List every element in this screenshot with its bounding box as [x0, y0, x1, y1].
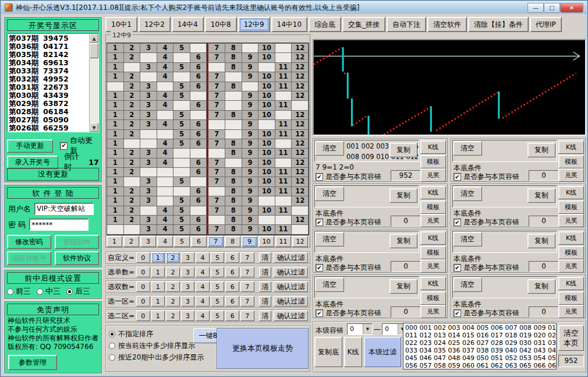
filter-digit-7[interactable]: 7 [240, 281, 254, 292]
grid-cell[interactable]: 9 [242, 206, 259, 215]
grid-cell[interactable]: 11 [275, 72, 292, 81]
copy-button[interactable]: 复制 [527, 234, 555, 248]
redeem-button[interactable]: 兑奖 [558, 168, 584, 182]
grid-cell[interactable]: 4 [157, 91, 174, 100]
grid-cell[interactable]: 11 [275, 167, 292, 177]
grid-cell[interactable] [225, 158, 242, 167]
grid-cell[interactable]: 3 [140, 215, 157, 224]
tolerance-checkbox[interactable]: ✔是否参与本页容错 [316, 263, 381, 273]
grid-cell[interactable]: 12 [292, 158, 309, 167]
tab-自动下注[interactable]: 自动下注 [387, 17, 426, 32]
grid-cell[interactable]: 2 [124, 148, 141, 157]
filter-digit-6[interactable]: 6 [225, 281, 239, 292]
grid-cell[interactable]: 3 [140, 177, 157, 186]
grid-cell[interactable] [207, 215, 225, 224]
redeem-button[interactable]: 兑奖 [558, 259, 584, 273]
grid-cell[interactable]: 9 [242, 215, 259, 224]
grid-cell[interactable]: 9 [242, 91, 259, 100]
grid-cell[interactable] [140, 167, 157, 177]
grid-cell[interactable]: 2 [124, 129, 141, 139]
template-button[interactable]: 模板 [558, 155, 584, 168]
filter-digit-1[interactable]: 1 [151, 267, 165, 277]
grid-cell[interactable]: 4 [157, 62, 174, 72]
grid-cell[interactable]: 7 [207, 110, 225, 119]
draw-list[interactable]: 第037期39475第036期04171第035期82142第034期69613… [9, 34, 88, 131]
grid-cell[interactable]: 7 [207, 82, 225, 91]
grid-cell[interactable]: 5 [173, 196, 190, 205]
grid-cell[interactable]: 2 [124, 82, 141, 91]
tolerance-checkbox[interactable]: ✔是否参与本页容错 [316, 172, 381, 182]
grid-cell[interactable]: 8 [225, 186, 242, 196]
filter-digit-6[interactable]: 6 [225, 296, 239, 306]
grid-cell[interactable]: 6 [190, 52, 207, 62]
copy-button[interactable]: 复制 [389, 279, 417, 294]
grid-cell[interactable] [157, 129, 174, 139]
scroll-up-icon[interactable]: ▲ [90, 34, 98, 43]
grid-cell[interactable] [292, 224, 309, 234]
level-filter-button[interactable]: 本级过滤 [364, 337, 401, 367]
grid-cell[interactable]: 11 [275, 129, 292, 139]
grid-cell[interactable]: 3 [140, 158, 157, 167]
grid-cell[interactable]: 10 [258, 139, 275, 148]
grid-cell[interactable] [275, 52, 292, 62]
grid-cell[interactable]: 10 [258, 167, 275, 177]
grid-cell[interactable] [258, 215, 275, 224]
grid-cell[interactable]: 12 [292, 110, 309, 119]
grid-cell[interactable] [258, 196, 275, 205]
grid-cell[interactable]: 4 [157, 52, 174, 62]
grid-cell[interactable] [292, 206, 309, 215]
grid-cell[interactable]: 1 [107, 167, 124, 177]
grid-cell[interactable]: 2 [124, 52, 141, 62]
grid-cell[interactable]: 6 [190, 224, 207, 234]
list-item[interactable]: 第028期06184 [9, 108, 88, 116]
grid-cell[interactable]: 3 [140, 62, 157, 72]
tolerance-checkbox[interactable]: ✔是否参与本页容错 [454, 308, 519, 318]
grid-cell[interactable]: 6 [190, 119, 207, 129]
grid-cell[interactable] [242, 82, 259, 91]
filter-digit-2[interactable]: 2 [166, 281, 180, 292]
filter-digit-5[interactable]: 5 [211, 252, 225, 263]
grid-cell[interactable]: 2 [124, 196, 141, 205]
tab-综合底[interactable]: 综合底 [309, 17, 341, 32]
grid-cell[interactable]: 3 [140, 186, 157, 196]
grid-cell[interactable]: 9 [242, 177, 259, 186]
grid-cell[interactable] [258, 62, 275, 72]
kline-button[interactable]: K线 [420, 231, 446, 245]
grid-cell[interactable] [140, 72, 157, 81]
tolerance-checkbox[interactable]: ✔是否参与本页容错 [316, 308, 381, 318]
grid-cell[interactable]: 2 [124, 167, 141, 177]
number-button-3[interactable]: 3 [140, 236, 156, 247]
grid-cell[interactable] [275, 43, 292, 52]
kline-button[interactable]: K线 [558, 277, 584, 290]
grid-cell[interactable]: 1 [107, 206, 124, 215]
grid-cell[interactable] [190, 206, 207, 215]
grid-cell[interactable]: 4 [157, 215, 174, 224]
filter-digit-1[interactable]: 1 [151, 281, 165, 292]
grid-cell[interactable]: 4 [157, 158, 174, 167]
grid-cell[interactable] [207, 148, 225, 157]
redeem-button[interactable]: 兑奖 [420, 259, 446, 273]
grid-cell[interactable] [124, 224, 141, 234]
number-button-5[interactable]: 5 [174, 236, 190, 247]
grid-cell[interactable]: 7 [207, 139, 225, 148]
grid-cell[interactable]: 8 [225, 215, 242, 224]
redeem-button[interactable]: 兑奖 [420, 305, 446, 318]
confirm-filter-button[interactable]: 确认过滤 [274, 296, 308, 306]
grid-cell[interactable]: 1 [107, 177, 124, 186]
kline-button[interactable]: K线 [420, 277, 446, 290]
maximize-button[interactable]: □ [544, 3, 560, 13]
grid-cell[interactable]: 5 [173, 206, 190, 215]
grid-cell[interactable]: 5 [173, 129, 190, 139]
scroll-down-icon[interactable]: ▼ [90, 123, 98, 132]
grid-cell[interactable]: 10 [258, 110, 275, 119]
grid-cell[interactable]: 1 [107, 196, 124, 205]
grid-cell[interactable] [292, 100, 309, 110]
tab-14中10[interactable]: 14中10 [271, 17, 308, 32]
grid-cell[interactable]: 10 [258, 158, 275, 167]
filter-digit-4[interactable]: 4 [196, 296, 210, 306]
grid-cell[interactable]: 6 [190, 129, 207, 139]
filter-digit-1[interactable]: 1 [151, 311, 165, 321]
grid-cell[interactable]: 3 [140, 43, 157, 52]
copy-button[interactable]: 复制 [527, 188, 555, 203]
grid-cell[interactable]: 8 [225, 82, 242, 91]
